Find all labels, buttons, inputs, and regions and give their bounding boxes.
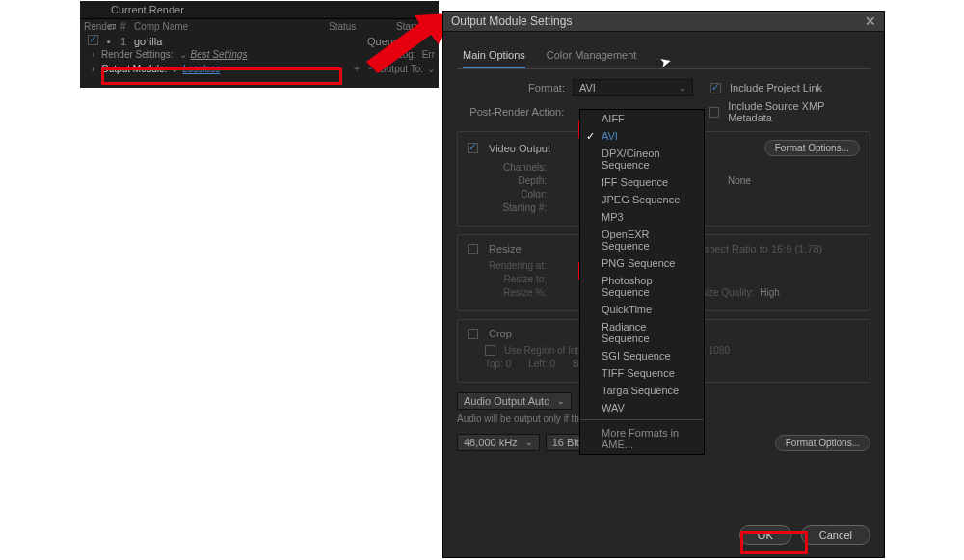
render-settings-row: › Render Settings: ⌄ Best Settings Log: … — [80, 48, 439, 61]
format-option[interactable]: QuickTime — [580, 301, 704, 318]
dialog-title: Output Module Settings — [451, 14, 572, 28]
queue-item-row[interactable]: ▪ 1 gorilla Queued — [80, 34, 439, 48]
chevron-down-icon: ⌄ — [525, 438, 533, 447]
depth-value: None — [728, 175, 751, 186]
format-option-label: DPX/Cineon Sequence — [602, 147, 660, 171]
chevron-down-icon: ⌄ — [557, 396, 565, 406]
format-option[interactable]: OpenEXR Sequence — [580, 226, 704, 254]
crop-left-label: Left: — [528, 359, 547, 369]
hdr-render: Render — [84, 21, 107, 32]
format-option[interactable]: IFF Sequence — [580, 173, 704, 191]
hdr-num: # — [120, 21, 134, 32]
format-option[interactable]: AIFF — [580, 110, 704, 127]
region-checkbox — [485, 345, 495, 356]
render-settings-label: Render Settings: — [101, 49, 174, 60]
format-option[interactable]: ✓AVI — [580, 127, 704, 145]
dialog-tabs: Main Options Color Management — [457, 41, 870, 69]
audio-rate-select[interactable]: 48,000 kHz⌄ — [457, 434, 540, 451]
include-xmp-label: Include Source XMP Metadata — [728, 100, 870, 123]
audio-format-options-button[interactable]: Format Options... — [775, 435, 870, 451]
tab-color-management[interactable]: Color Management — [547, 49, 637, 68]
format-option[interactable]: WAV — [580, 399, 704, 416]
crop-top-label: Top: — [485, 359, 503, 369]
include-project-link-label: Include Project Link — [730, 82, 822, 93]
audio-mode-value: Audio Output Auto — [464, 395, 549, 407]
format-option[interactable]: PNG Sequence — [580, 254, 704, 272]
log-label: Log: — [397, 49, 415, 60]
format-option[interactable]: JPEG Sequence — [580, 191, 704, 208]
format-option-label: TIFF Sequence — [602, 367, 675, 379]
format-option-label: Targa Sequence — [602, 385, 679, 396]
minus-icon[interactable]: － — [365, 62, 375, 75]
resize-quality-value: High — [760, 287, 780, 298]
format-option[interactable]: Targa Sequence — [580, 382, 704, 399]
resize-pct-label: Resize %: — [468, 287, 554, 298]
include-xmp-checkbox[interactable] — [709, 107, 719, 118]
audio-rate-value: 48,000 kHz — [464, 437, 518, 448]
output-module-label: Output Module: — [101, 64, 167, 74]
output-to-label: Output To: — [379, 64, 423, 74]
channels-label: Channels: — [468, 162, 554, 173]
log-value: Err — [422, 49, 435, 60]
format-option-label: OpenEXR Sequence — [602, 228, 650, 252]
menu-divider — [580, 419, 704, 420]
chevron-down-icon: ⌄ — [679, 83, 686, 93]
format-option-label: MP3 — [602, 211, 624, 223]
chevron-down-icon[interactable]: ⌄ — [427, 64, 435, 74]
audio-output-mode-select[interactable]: Audio Output Auto ⌄ — [457, 392, 572, 410]
format-option[interactable]: TIFF Sequence — [580, 364, 704, 382]
format-option[interactable]: Radiance Sequence — [580, 318, 704, 347]
format-option-label: JPEG Sequence — [602, 194, 680, 205]
dialog-titlebar[interactable]: Output Module Settings ✕ — [443, 12, 884, 32]
video-format-options-button[interactable]: Format Options... — [764, 140, 860, 156]
status-cell: Queued — [367, 36, 435, 47]
chevron-down-icon[interactable]: ⌄ — [179, 49, 187, 60]
format-option-label: WAV — [602, 402, 625, 413]
tab-main-options[interactable]: Main Options — [463, 49, 525, 68]
resize-title: Resize — [489, 243, 522, 254]
output-module-row: › Output Module: ⌄ Lossless ＋ － Output T… — [80, 61, 439, 76]
more-formats-item[interactable]: More Formats in AME... — [580, 423, 704, 454]
render-queue-panel: Current Render Render 🏷 # Comp Name Stat… — [80, 1, 439, 88]
crop-checkbox[interactable] — [468, 329, 478, 339]
depth-label: Depth: — [468, 175, 554, 186]
starting-label: Starting #: — [468, 202, 554, 213]
chevron-down-icon[interactable]: ⌄ — [171, 64, 178, 74]
format-label: Format: — [457, 82, 573, 93]
format-option[interactable]: Photoshop Sequence — [580, 272, 704, 301]
include-project-link-checkbox[interactable] — [710, 83, 721, 93]
format-option-label: PNG Sequence — [602, 257, 675, 269]
video-output-title: Video Output — [489, 143, 550, 154]
render-checkbox[interactable] — [88, 35, 98, 45]
video-output-checkbox[interactable] — [468, 143, 478, 153]
close-icon[interactable]: ✕ — [865, 13, 876, 29]
hdr-comp: Comp Name — [134, 21, 329, 32]
format-option[interactable]: SGI Sequence — [580, 347, 704, 364]
hdr-tag: 🏷 — [107, 21, 120, 32]
format-dropdown-menu[interactable]: AIFF✓AVIDPX/Cineon SequenceIFF SequenceJ… — [579, 109, 705, 455]
output-module-link[interactable]: Lossless — [182, 64, 220, 74]
format-option-label: AIFF — [602, 113, 625, 124]
crop-left-val: 0 — [550, 359, 556, 369]
cancel-button[interactable]: Cancel — [801, 525, 870, 545]
format-option[interactable]: DPX/Cineon Sequence — [580, 145, 704, 173]
format-option-label: SGI Sequence — [602, 350, 671, 361]
format-option-label: QuickTime — [602, 304, 652, 315]
post-render-label: Post-Render Action: — [457, 106, 572, 118]
plus-icon[interactable]: ＋ — [352, 62, 362, 75]
comp-cell: gorilla — [134, 36, 367, 47]
crop-title: Crop — [489, 328, 512, 339]
tag-cell: ▪ — [107, 36, 120, 47]
ok-button[interactable]: OK — [739, 525, 791, 545]
num-cell: 1 — [120, 36, 134, 47]
format-select[interactable]: AVI ⌄ — [573, 79, 693, 96]
caret-icon[interactable]: › — [92, 64, 101, 74]
format-option-label: AVI — [602, 130, 618, 142]
caret-icon[interactable]: › — [92, 49, 101, 60]
format-option[interactable]: MP3 — [580, 208, 704, 226]
color-label: Color: — [468, 189, 554, 200]
render-settings-link[interactable]: Best Settings — [191, 49, 248, 60]
rendering-at-label: Rendering at: — [468, 260, 554, 271]
crop-top-val: 0 — [506, 359, 512, 369]
resize-checkbox[interactable] — [468, 244, 478, 254]
